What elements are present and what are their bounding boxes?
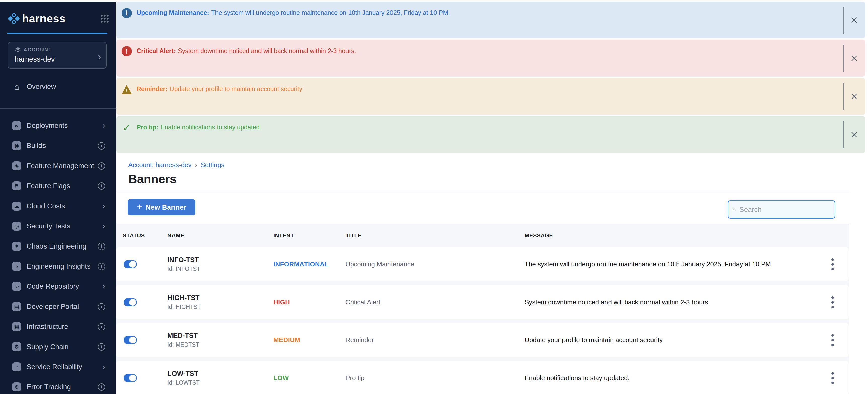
banner-message: Enable notifications to stay updated. (525, 374, 827, 382)
close-icon[interactable] (849, 53, 860, 64)
alert-text: Critical Alert:System downtime noticed a… (136, 47, 724, 55)
alert-divider (843, 6, 844, 34)
kebab-menu-icon[interactable] (827, 370, 838, 386)
sidebar-item-builds[interactable]: ◉ Builds i (0, 136, 116, 156)
kebab-menu-icon[interactable] (827, 256, 838, 272)
account-main: ACCOUNT harness-dev (14, 46, 98, 68)
sidebar-item-engineering-insights[interactable]: ◑ Engineering Insights i (0, 256, 116, 276)
sidebar-item-developer-portal[interactable]: ▤ Developer Portal i (0, 296, 116, 317)
sidebar-item-security-tests[interactable]: ◎ Security Tests › (0, 216, 116, 236)
layers-icon (14, 46, 21, 53)
account-label: ACCOUNT (24, 47, 52, 53)
info-icon[interactable]: i (98, 384, 105, 391)
sidebar-item-label: Feature Management (27, 162, 98, 170)
sidebar-item-code-repository[interactable]: </> Code Repository › (0, 276, 116, 296)
sidebar-item-deployments[interactable]: ∞ Deployments › (0, 116, 116, 136)
sidebar-item-label: Deployments (27, 122, 102, 130)
kebab-menu-icon[interactable] (827, 294, 838, 310)
account-name: harness-dev (14, 55, 98, 63)
banner-id: Id: MEDTST (167, 341, 273, 348)
sidebar-item-label: Code Repository (27, 283, 102, 291)
sidebar-item-service-reliability[interactable]: ◔ Service Reliability › (0, 357, 116, 377)
info-circle-icon: i (122, 8, 132, 18)
banner-title: Pro tip (345, 374, 525, 382)
search-box (728, 200, 835, 219)
banner-alert-critical: ! Critical Alert:System downtime noticed… (117, 40, 865, 77)
info-icon[interactable]: i (98, 183, 105, 190)
status-toggle[interactable] (124, 374, 137, 382)
alert-divider (843, 121, 844, 148)
info-icon[interactable]: i (98, 343, 105, 351)
sidebar-item-label: Service Reliability (27, 363, 102, 371)
alert-label: Upcoming Maintenance: (136, 9, 209, 16)
column-header-intent: INTENT (273, 232, 345, 239)
alert-text: Pro tip:Enable notifications to stay upd… (136, 124, 724, 131)
sidebar-item-label: Error Tracking (27, 383, 98, 391)
sidebar-item-overview[interactable]: ⌂ Overview (0, 77, 116, 97)
status-toggle[interactable] (124, 260, 137, 268)
developer-portal-icon: ▤ (12, 302, 21, 311)
chevron-right-icon: › (102, 221, 105, 231)
sidebar-divider (0, 108, 116, 108)
alert-text: Reminder:Update your profile to maintain… (136, 86, 724, 93)
banner-alert-success: ✓ Pro tip:Enable notifications to stay u… (117, 116, 865, 153)
logo-underline (7, 33, 107, 34)
title-divider (116, 191, 849, 192)
sidebar-item-cloud-costs[interactable]: ☁ Cloud Costs › (0, 196, 116, 216)
sidebar-item-error-tracking[interactable]: ⊙ Error Tracking i (0, 377, 116, 394)
sidebar: harness ACCOUNT harness-dev (0, 1, 116, 394)
sidebar-item-label: Engineering Insights (27, 262, 98, 270)
table-row: LOW-TST Id: LOWTST LOW Pro tip Enable no… (116, 361, 849, 394)
code-repository-icon: </> (12, 282, 21, 291)
status-toggle[interactable] (124, 336, 137, 344)
chevron-right-icon: › (102, 282, 105, 291)
banner-id: Id: HIGHTST (167, 303, 273, 310)
sidebar-item-supply-chain[interactable]: ⚙ Supply Chain i (0, 337, 116, 357)
sidebar-item-label: Infrastructure (27, 323, 98, 331)
close-icon[interactable] (849, 91, 860, 102)
banner-message: The system will undergo routine maintena… (525, 260, 827, 268)
sidebar-item-label: Supply Chain (27, 343, 98, 351)
alert-message: System downtime noticed and will back no… (178, 47, 356, 54)
info-icon[interactable]: i (98, 142, 105, 150)
close-icon[interactable] (849, 14, 860, 26)
column-header-message: MESSAGE (525, 232, 827, 239)
sidebar-item-label: Overview (27, 83, 56, 91)
search-input[interactable] (739, 205, 830, 214)
sidebar-item-feature-flags[interactable]: ⚑ Feature Flags i (0, 176, 116, 196)
sidebar-item-feature-management[interactable]: ◈ Feature Management i (0, 156, 116, 176)
app-grid-icon[interactable] (100, 13, 110, 24)
supply-chain-icon: ⚙ (12, 342, 21, 351)
feature-management-icon: ◈ (12, 161, 21, 170)
engineering-insights-icon: ◑ (12, 262, 21, 271)
alert-message: The system will undergo routine maintena… (211, 9, 450, 16)
sidebar-item-chaos-engineering[interactable]: ✶ Chaos Engineering i (0, 236, 116, 256)
banner-name: MED-TST (167, 332, 273, 340)
alert-label: Critical Alert: (136, 47, 176, 54)
breadcrumb-settings-link[interactable]: Settings (200, 161, 224, 169)
banner-id: Id: LOWTST (167, 380, 273, 386)
status-toggle[interactable] (124, 298, 137, 306)
breadcrumb-account-link[interactable]: Account: harness-dev (128, 161, 191, 169)
info-icon[interactable]: i (98, 263, 105, 270)
infrastructure-icon: ▦ (12, 322, 21, 331)
info-icon[interactable]: i (98, 303, 105, 310)
main-area: i Upcoming Maintenance:The system will u… (116, 0, 868, 394)
close-icon[interactable] (849, 129, 860, 140)
service-reliability-icon: ◔ (12, 362, 21, 371)
info-icon[interactable]: i (98, 162, 105, 170)
banner-name: INFO-TST (167, 256, 273, 264)
kebab-menu-icon[interactable] (827, 332, 838, 348)
security-tests-icon: ◎ (12, 222, 21, 231)
info-icon[interactable]: i (98, 243, 105, 250)
sidebar-item-infrastructure[interactable]: ▦ Infrastructure i (0, 317, 116, 337)
account-selector[interactable]: ACCOUNT harness-dev › (7, 42, 106, 69)
new-banner-button[interactable]: + New Banner (128, 199, 195, 215)
chevron-right-icon: › (102, 201, 105, 211)
alert-label: Reminder: (136, 86, 168, 93)
banner-name-cell: HIGH-TST Id: HIGHTST (167, 294, 273, 310)
table-row: HIGH-TST Id: HIGHTST HIGH Critical Alert… (116, 285, 849, 319)
page-title: Banners (128, 172, 177, 186)
info-icon[interactable]: i (98, 323, 105, 330)
chaos-engineering-icon: ✶ (12, 242, 21, 251)
